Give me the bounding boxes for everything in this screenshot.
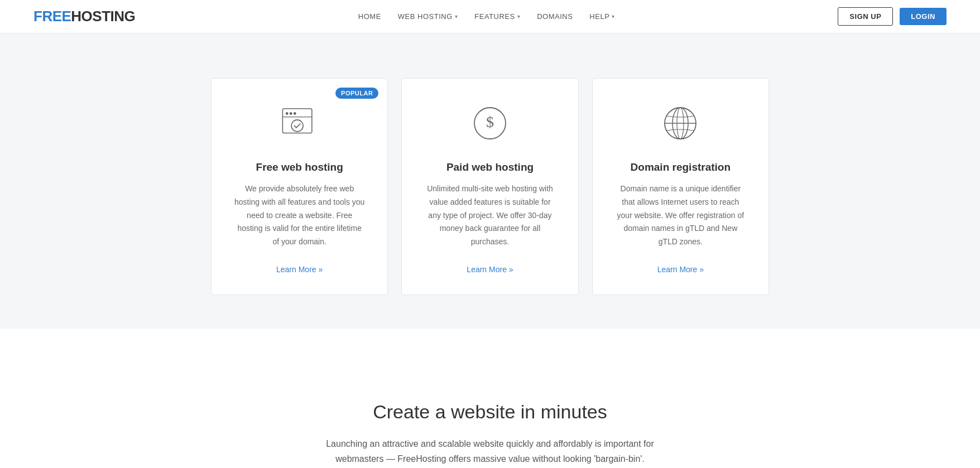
- cards-section: POPULAR F: [0, 67, 980, 329]
- card-free-hosting: POPULAR F: [211, 78, 388, 295]
- nav-home[interactable]: HOME: [358, 12, 381, 21]
- main-content: POPULAR F: [0, 33, 980, 468]
- card-domain-desc: Domain name is a unique identifier that …: [615, 182, 746, 249]
- svg-point-5: [291, 120, 303, 132]
- card-domain-link[interactable]: Learn More »: [657, 265, 704, 274]
- site-logo[interactable]: FREEHOSTING: [33, 8, 135, 25]
- card-paid-hosting-link[interactable]: Learn More »: [467, 265, 513, 274]
- browser-check-icon: [277, 101, 322, 146]
- dollar-icon: $: [468, 101, 512, 146]
- nav-domains[interactable]: DOMAINS: [537, 12, 573, 21]
- card-domain-registration: Domain registration Domain name is a uni…: [592, 78, 769, 295]
- features-dropdown-icon: ▾: [517, 13, 521, 20]
- card-domain-title: Domain registration: [615, 161, 746, 173]
- card-paid-hosting: $ Paid web hosting Unlimited multi-site …: [401, 78, 578, 295]
- nav-features[interactable]: FEATURES ▾: [474, 12, 520, 21]
- globe-icon: [658, 101, 703, 146]
- card-free-hosting-desc: We provide absolutely free web hosting w…: [234, 182, 365, 249]
- header-buttons: SIGN UP LOGIN: [838, 7, 947, 26]
- card-free-hosting-link[interactable]: Learn More »: [276, 265, 323, 274]
- card-paid-hosting-desc: Unlimited multi-site web hosting with va…: [424, 182, 555, 249]
- svg-point-2: [290, 113, 292, 115]
- create-section: Create a website in minutes Launching an…: [0, 362, 980, 468]
- svg-text:$: $: [486, 113, 494, 131]
- signup-button[interactable]: SIGN UP: [838, 7, 893, 26]
- popular-badge: POPULAR: [335, 88, 378, 99]
- create-title: Create a website in minutes: [33, 401, 947, 423]
- card-free-hosting-title: Free web hosting: [234, 161, 365, 173]
- nav-web-hosting[interactable]: WEB HOSTING ▾: [398, 12, 458, 21]
- site-header: FREEHOSTING HOME WEB HOSTING ▾ FEATURES …: [0, 0, 980, 33]
- create-desc: Launching an attractive and scalable web…: [311, 436, 669, 466]
- logo-free: FREE: [33, 8, 71, 25]
- section-divider: [0, 329, 980, 362]
- svg-point-1: [286, 113, 288, 115]
- card-paid-hosting-title: Paid web hosting: [424, 161, 555, 173]
- svg-point-3: [294, 113, 296, 115]
- main-nav: HOME WEB HOSTING ▾ FEATURES ▾ DOMAINS HE…: [358, 12, 615, 21]
- web-hosting-dropdown-icon: ▾: [455, 13, 458, 20]
- cards-grid: POPULAR F: [211, 78, 769, 295]
- logo-hosting: HOSTING: [71, 8, 135, 25]
- help-dropdown-icon: ▾: [612, 13, 615, 20]
- nav-help[interactable]: HELP ▾: [589, 12, 614, 21]
- login-button[interactable]: LOGIN: [900, 8, 947, 25]
